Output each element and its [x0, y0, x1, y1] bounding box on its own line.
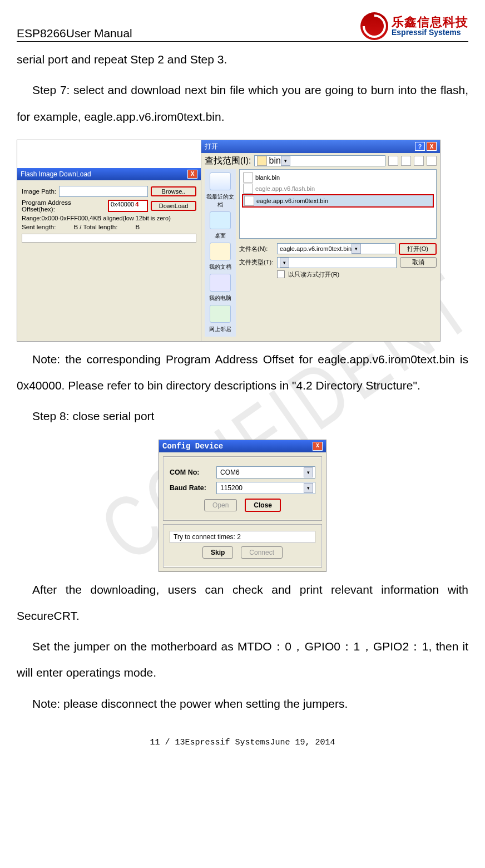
com-no-combo[interactable]: COM6▾: [216, 466, 315, 479]
com-no-label: COM No:: [170, 468, 211, 476]
places-sidebar: 我最近的文档 桌面 我的文档 我的电脑 网上邻居: [205, 169, 236, 337]
download-button[interactable]: DownLoad: [151, 201, 196, 211]
file-name: eagle.app.v6.flash.bin: [255, 185, 315, 192]
paragraph-jumper: Set the jumper on the motherboard as MTD…: [17, 633, 468, 686]
file-list[interactable]: blank.bin eagle.app.v6.flash.bin eagle.a…: [239, 169, 437, 239]
figure-flash-and-open-dialogs: Flash Image DownLoad X Image Path: Brows…: [17, 140, 441, 342]
paragraph-step8: Step 8: close serial port: [17, 403, 468, 429]
filetype-label: 文件类型(T):: [239, 258, 274, 267]
baud-rate-value: 115200: [220, 484, 242, 492]
folder-icon: [257, 156, 267, 166]
sent-length-mid: B / Total length:: [73, 224, 117, 230]
chevron-down-icon[interactable]: ▾: [304, 483, 313, 493]
program-address-input[interactable]: 0x400004: [108, 200, 148, 212]
page-header: ESP8266User Manual 乐鑫信息科技 Espressif Syst…: [17, 12, 468, 42]
sidebar-mydocs-label: 我的文档: [209, 263, 231, 271]
logo-text-en: Espressif Systems: [392, 28, 468, 37]
sidebar-network-label: 网上邻居: [209, 326, 231, 333]
flash-titlebar: Flash Image DownLoad X: [17, 168, 201, 180]
new-folder-icon[interactable]: [414, 156, 424, 166]
open-port-button[interactable]: Open: [204, 499, 237, 511]
close-icon[interactable]: X: [427, 142, 437, 151]
readonly-label: 以只读方式打开(R): [288, 270, 339, 279]
open-dialog-title: 打开: [205, 142, 218, 151]
file-item[interactable]: eagle.app.v6.flash.bin: [242, 183, 434, 194]
help-icon[interactable]: ?: [415, 142, 425, 151]
chevron-down-icon[interactable]: ▾: [304, 467, 313, 477]
file-icon: [243, 172, 253, 183]
view-menu-icon[interactable]: [427, 156, 437, 166]
cancel-button[interactable]: 取消: [400, 257, 437, 268]
paragraph-after-download: After the downloading, users can check a…: [17, 576, 468, 629]
program-address-value: 0x40000: [111, 201, 134, 208]
close-icon[interactable]: X: [313, 442, 323, 451]
file-name: eagle.app.v6.irom0text.bin: [256, 198, 328, 204]
connect-status: Try to connect times: 2: [170, 531, 315, 543]
program-address-label: Program Address Offset(hex):: [22, 199, 105, 213]
file-item[interactable]: blank.bin: [242, 172, 434, 183]
file-item-selected[interactable]: eagle.app.v6.irom0text.bin: [242, 194, 434, 208]
filename-value: eagle.app.v6.irom0text.bin: [280, 245, 352, 252]
com-no-value: COM6: [220, 468, 240, 476]
sent-length-unit: B: [135, 224, 140, 230]
espressif-logo-icon: [360, 12, 388, 40]
open-button[interactable]: 打开(O): [399, 243, 437, 255]
my-computer-icon[interactable]: [210, 274, 231, 292]
recent-documents-icon[interactable]: [210, 172, 231, 190]
my-documents-icon[interactable]: [210, 243, 231, 260]
browse-button[interactable]: Browse..: [151, 186, 196, 196]
up-icon[interactable]: [401, 156, 411, 166]
paragraph-power-note: Note: please disconnect the power when s…: [17, 691, 468, 717]
range-note: Range:0x000-0xFFF000,4KB aligned(low 12b…: [22, 215, 196, 221]
sidebar-recent-label: 我最近的文档: [205, 193, 236, 209]
flash-title-text: Flash Image DownLoad: [21, 170, 91, 178]
logo-text-cn: 乐鑫信息科技: [392, 16, 468, 28]
file-open-dialog: 打开 ? X 查找范围(I): bin ▾: [201, 140, 440, 341]
sent-length-label: Sent length:: [22, 224, 56, 230]
look-in-combo[interactable]: bin ▾: [254, 155, 385, 166]
baud-rate-label: Baud Rate:: [170, 484, 211, 492]
chevron-down-icon[interactable]: ▾: [280, 258, 289, 268]
file-icon: [244, 196, 254, 206]
image-path-label: Image Path:: [22, 188, 56, 195]
readonly-checkbox[interactable]: [277, 270, 285, 278]
program-address-annotation: 4: [135, 201, 138, 208]
page-footer: 11 / 13Espressif SystemsJune 19, 2014: [0, 717, 485, 753]
flash-download-window: Flash Image DownLoad X Image Path: Brows…: [17, 140, 201, 341]
close-icon[interactable]: X: [187, 170, 197, 179]
chevron-down-icon[interactable]: ▾: [281, 156, 290, 166]
filetype-combo[interactable]: ▾: [277, 257, 397, 268]
close-port-button[interactable]: Close: [245, 499, 281, 512]
sidebar-desktop-label: 桌面: [215, 232, 226, 240]
network-places-icon[interactable]: [210, 305, 231, 323]
baud-rate-combo[interactable]: 115200▾: [216, 482, 315, 494]
image-path-input[interactable]: [59, 186, 148, 197]
paragraph-step7: Step 7: select and download next bin fil…: [17, 77, 468, 130]
paragraph-note-offset: Note: the corresponding Program Address …: [17, 346, 468, 399]
progress-bar: [22, 234, 196, 243]
sidebar-mypc-label: 我的电脑: [209, 294, 231, 302]
config-dialog-title: Config Device: [162, 442, 223, 451]
chevron-down-icon[interactable]: ▾: [352, 244, 361, 254]
back-icon[interactable]: [388, 156, 398, 166]
paragraph-continuation: serial port and repeat Step 2 and Step 3…: [17, 46, 468, 72]
company-logo: 乐鑫信息科技 Espressif Systems: [360, 12, 468, 40]
connect-button[interactable]: Connect: [241, 546, 283, 559]
document-title: ESP8266User Manual: [17, 27, 132, 40]
filename-label: 文件名(N):: [239, 245, 274, 253]
desktop-icon[interactable]: [210, 211, 231, 229]
file-name: blank.bin: [255, 174, 280, 181]
look-in-value: bin: [269, 156, 281, 166]
skip-button[interactable]: Skip: [202, 546, 233, 559]
config-device-dialog: Config Device X COM No: COM6▾ Baud Rate:…: [159, 440, 326, 572]
filename-input[interactable]: eagle.app.v6.irom0text.bin▾: [277, 243, 395, 254]
file-icon: [243, 184, 253, 194]
look-in-label: 查找范围(I):: [205, 155, 251, 167]
